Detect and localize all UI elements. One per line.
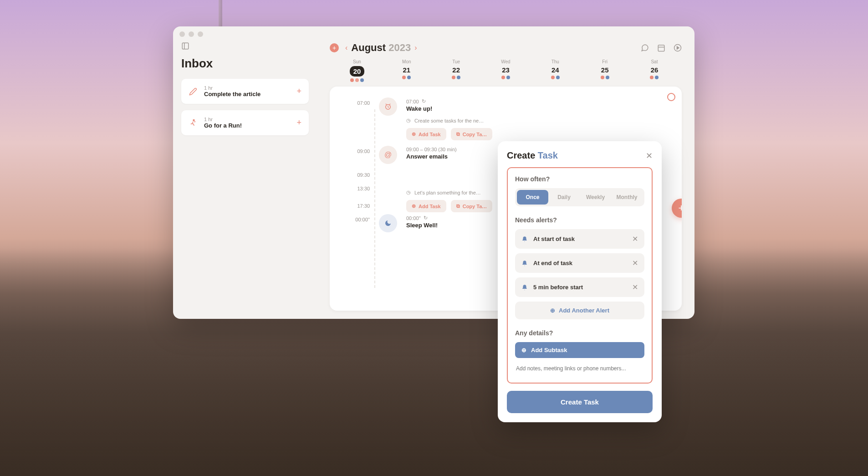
create-task-modal: Create Task ✕ How often? OnceDailyWeekly… [498, 141, 662, 422]
time-label: 09:30 [343, 169, 370, 178]
day-dots [601, 76, 609, 79]
day-column[interactable]: Sun 20 [334, 59, 380, 82]
inbox-item[interactable]: 1 hr Complete the article + [181, 79, 309, 104]
day-column[interactable]: Mon 21 [384, 59, 429, 82]
frequency-selector: OnceDailyWeeklyMonthly [515, 188, 644, 206]
alert-text: At start of task [533, 235, 627, 242]
svg-rect-3 [658, 45, 664, 51]
moon-icon [379, 214, 397, 232]
plus-icon[interactable]: + [296, 118, 301, 128]
day-number: 20 [350, 66, 365, 77]
alert-text: 5 min before start [533, 284, 627, 291]
at-icon: @ [379, 146, 397, 164]
day-number: 26 [651, 66, 659, 74]
inbox-item-icon [189, 87, 198, 96]
add-button[interactable]: + [330, 43, 339, 52]
bell-icon [521, 260, 528, 266]
remove-alert-icon[interactable]: ✕ [632, 259, 638, 267]
add-alert-button[interactable]: ⊕ Add Another Alert [515, 302, 644, 319]
event-time: 00:00'' [406, 215, 421, 221]
inbox-item-icon [189, 118, 198, 128]
svg-line-10 [386, 104, 387, 105]
day-column[interactable]: Fri 25 [582, 59, 628, 82]
day-dots [350, 78, 364, 82]
svg-rect-0 [182, 43, 189, 49]
close-icon[interactable]: ✕ [646, 151, 653, 161]
chat-icon[interactable] [641, 44, 649, 52]
day-column[interactable]: Thu 24 [532, 59, 578, 82]
frequency-option[interactable]: Once [517, 190, 548, 205]
day-number: 21 [403, 66, 410, 74]
copy-task-button[interactable]: ⧉Copy Ta… [451, 128, 493, 140]
event-title: Wake up! [406, 105, 668, 112]
title-bar [173, 26, 694, 36]
alert-item: 5 min before start ✕ [515, 277, 644, 297]
subtask-text: Let's plan something for the… [414, 190, 481, 195]
add-task-button[interactable]: ⊕Add Task [406, 128, 446, 140]
week-row: Sun 20 Mon 21 Tue 22 Wed 23 Thu 24 Fri 2… [330, 57, 682, 87]
bell-icon [521, 284, 528, 291]
day-number: 25 [601, 66, 609, 74]
inbox-task-title: Go for a Run! [204, 122, 290, 129]
day-dots [551, 76, 560, 79]
time-label: 17:30 [343, 200, 370, 209]
event-time: 07:00 [406, 99, 419, 104]
day-name: Sun [353, 59, 361, 64]
day-name: Mon [402, 59, 411, 64]
alert-item: At end of task ✕ [515, 253, 644, 273]
svg-marker-6 [677, 46, 679, 49]
plus-circle-icon: ⊕ [550, 307, 555, 314]
next-month-button[interactable]: › [414, 44, 417, 52]
time-label: 00:00'' [343, 214, 370, 232]
fab-add-button[interactable]: + [672, 199, 682, 218]
inbox-item[interactable]: 1 hr Go for a Run! + [181, 110, 309, 135]
day-name: Wed [501, 59, 510, 64]
panel-toggle-icon[interactable] [181, 42, 189, 50]
notes-input[interactable] [515, 362, 644, 375]
day-name: Fri [602, 59, 608, 64]
modal-title-part1: Create [507, 150, 535, 160]
plus-icon[interactable]: + [296, 87, 301, 96]
play-icon[interactable] [674, 44, 682, 52]
day-column[interactable]: Sat 26 [632, 59, 677, 82]
day-number: 23 [502, 66, 510, 74]
create-task-button[interactable]: Create Task [507, 391, 653, 413]
any-details-label: Any details? [515, 329, 644, 337]
needs-alerts-label: Needs alerts? [515, 216, 644, 224]
svg-line-9 [388, 107, 389, 108]
time-label: 09:00 [343, 146, 370, 164]
clock-icon: ◷ [406, 189, 411, 195]
svg-line-11 [389, 104, 390, 105]
bell-icon [521, 236, 528, 242]
inbox-task-title: Complete the article [204, 91, 290, 97]
prev-month-button[interactable]: ‹ [345, 44, 347, 52]
clock-icon: ◷ [406, 118, 411, 123]
add-subtask-button[interactable]: ⊕ Add Subtask [515, 342, 644, 358]
frequency-option[interactable]: Monthly [611, 190, 643, 205]
day-dots [402, 76, 411, 79]
sidebar: Inbox 1 hr Complete the article + 1 hr G… [173, 36, 317, 319]
day-name: Tue [452, 59, 460, 64]
remove-alert-icon[interactable]: ✕ [632, 283, 638, 292]
inbox-duration: 1 hr [204, 85, 290, 91]
day-column[interactable]: Wed 23 [483, 59, 528, 82]
frequency-option[interactable]: Weekly [580, 190, 611, 205]
inbox-duration: 1 hr [204, 117, 290, 122]
day-number: 22 [452, 66, 460, 74]
calendar-icon[interactable] [657, 44, 665, 52]
repeat-icon: ↻ [422, 98, 426, 104]
how-often-label: How often? [515, 175, 644, 183]
inbox-title: Inbox [181, 56, 309, 71]
repeat-icon: ↻ [424, 215, 428, 221]
time-label: 07:00 [343, 97, 370, 140]
alert-text: At end of task [533, 260, 627, 266]
day-column[interactable]: Tue 22 [434, 59, 479, 82]
day-dots [452, 76, 460, 79]
plus-circle-icon: ⊕ [521, 347, 526, 353]
day-dots [650, 76, 659, 79]
day-name: Sat [651, 59, 658, 64]
frequency-option[interactable]: Daily [548, 190, 580, 205]
complete-circle-icon[interactable] [667, 93, 675, 101]
remove-alert-icon[interactable]: ✕ [632, 235, 638, 243]
day-name: Thu [551, 59, 559, 64]
